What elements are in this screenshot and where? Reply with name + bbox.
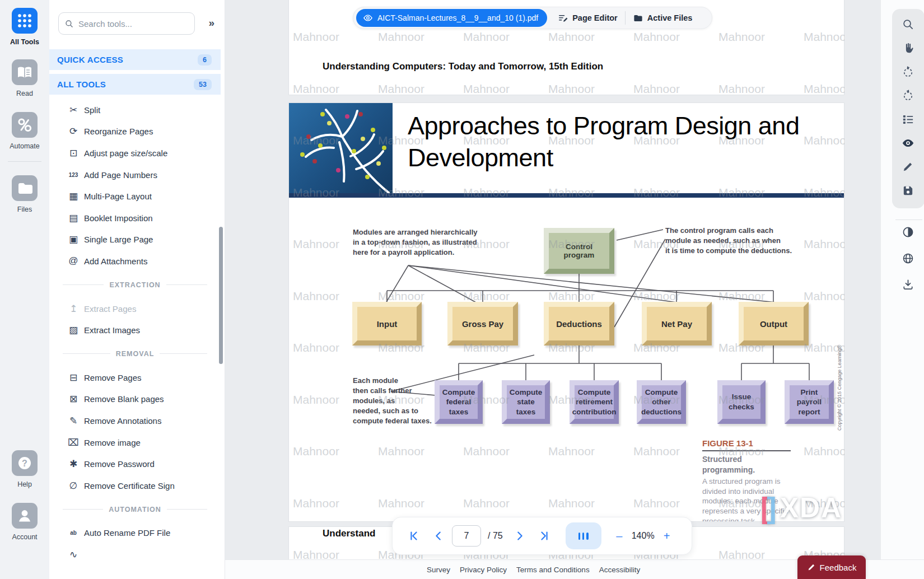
multi-page-view-button[interactable] <box>566 522 601 549</box>
feedback-button[interactable]: Feedback <box>797 555 866 579</box>
tool-label: Extract Pages <box>84 304 136 314</box>
sidebar-item-help[interactable]: ? Help <box>0 450 49 488</box>
booklet-imposition-icon: ▤ <box>66 212 81 224</box>
xda-letters: XDA <box>780 492 843 524</box>
tool-label: Remove Pages <box>84 373 142 382</box>
previous-page-button[interactable] <box>427 525 450 547</box>
find-in-document-icon[interactable] <box>902 18 914 31</box>
download-icon[interactable] <box>902 278 914 291</box>
tool-item-remove-image[interactable]: ⌧Remove image <box>49 432 221 454</box>
first-page-button[interactable] <box>403 525 425 547</box>
footer-link-terms-and-conditions[interactable]: Terms and Conditions <box>516 566 590 574</box>
tool-label: Add Attachments <box>84 256 147 266</box>
pdf-page-current: Approaches to Program Design and Develop… <box>288 102 844 522</box>
app-window: All Tools Read Automate <box>0 0 924 579</box>
sidebar-item-read[interactable]: Read <box>0 59 49 97</box>
extract-images-icon: ▨ <box>66 324 81 336</box>
search-tools-box[interactable] <box>58 12 195 35</box>
sidebar-label: All Tools <box>0 38 49 46</box>
view-mode-eye-icon[interactable] <box>902 137 914 150</box>
tool-item-remove-password[interactable]: ✱Remove Password <box>49 453 221 475</box>
sidebar-item-account[interactable]: Account <box>0 503 49 541</box>
book-header-text: Understanding Computers: Today and Tomor… <box>323 61 603 72</box>
search-tools-input[interactable] <box>78 19 189 29</box>
module-box-compute-retirement-contribution: Compute retirement contribution <box>570 380 619 424</box>
active-document-tab[interactable]: AICT-Salman-Lectures_8__9__and_10 (1).pd… <box>356 9 547 27</box>
active-files-button[interactable]: Active Files <box>626 7 700 29</box>
tool-item-partial-item[interactable]: ∿ <box>49 544 221 566</box>
tool-item-remove-blank-pages[interactable]: ⊠Remove Blank pages <box>49 389 221 410</box>
tool-label: Remove Annotations <box>84 416 161 426</box>
tool-item-extract-pages[interactable]: ↥Extract Pages <box>49 298 221 320</box>
extract-pages-icon: ↥ <box>66 303 81 315</box>
contrast-theme-icon[interactable] <box>902 226 914 239</box>
annotate-pencil-icon[interactable] <box>902 160 914 173</box>
footer-link-accessibility[interactable]: Accessibility <box>599 566 641 574</box>
rotate-counterclockwise-icon[interactable] <box>902 66 914 78</box>
partial-item-icon: ∿ <box>66 549 81 561</box>
next-page-button[interactable] <box>508 525 531 547</box>
feedback-pen-icon <box>807 563 816 572</box>
tool-label: Multi-Page Layout <box>84 192 152 201</box>
footer-link-privacy-policy[interactable]: Privacy Policy <box>460 566 507 574</box>
zoom-level-label: 140% <box>632 531 655 541</box>
zoom-out-button[interactable]: – <box>612 530 627 543</box>
tool-item-adjust-page-size-scale[interactable]: ⊡Adjust page size/scale <box>49 142 221 164</box>
sidebar-item-all-tools[interactable]: All Tools <box>0 8 49 46</box>
page-editor-icon <box>558 13 568 24</box>
all-tools-row[interactable]: ALL TOOLS 53 <box>49 74 221 95</box>
rotate-clockwise-icon[interactable] <box>902 89 914 102</box>
toolbar-group <box>892 9 924 208</box>
footer-link-survey[interactable]: Survey <box>427 566 450 574</box>
page-editor-button[interactable]: Page Editor <box>550 7 625 29</box>
tool-item-add-attachments[interactable]: @Add Attachments <box>49 250 221 272</box>
tools-list: ✂Split⟳Reorganize Pages⊡Adjust page size… <box>49 99 221 566</box>
page-count-label: / 75 <box>488 531 503 541</box>
tool-item-multi-page-layout[interactable]: ▦Multi-Page Layout <box>49 185 221 207</box>
document-tab-bar: AICT-Salman-Lectures_8__9__and_10 (1).pd… <box>353 7 712 29</box>
remove-password-icon: ✱ <box>66 458 81 470</box>
remove-blank-pages-icon: ⊠ <box>66 393 81 405</box>
tool-label: Single Large Page <box>84 235 153 244</box>
zoom-in-button[interactable]: + <box>659 530 675 543</box>
collapse-panel-chevrons-icon[interactable]: » <box>208 17 214 29</box>
tool-item-extract-images[interactable]: ▨Extract Images <box>49 319 221 341</box>
module-box-output: Output <box>739 302 809 345</box>
tool-item-auto-rename-pdf-file[interactable]: abAuto Rename PDF File <box>49 522 221 544</box>
last-page-button[interactable] <box>533 525 556 547</box>
sidebar-item-automate[interactable]: Automate <box>0 112 49 150</box>
module-box-deductions: Deductions <box>544 302 614 345</box>
sidebar-label: Account <box>0 533 49 541</box>
thumbnail-list-icon[interactable] <box>902 113 914 126</box>
tool-item-add-page-numbers[interactable]: 123Add Page Numbers <box>49 164 221 186</box>
book-icon <box>12 59 38 85</box>
tool-item-remove-annotations[interactable]: ✎Remove Annotations <box>49 410 221 432</box>
automate-icon <box>12 112 38 138</box>
tool-item-reorganize-pages[interactable]: ⟳Reorganize Pages <box>49 121 221 143</box>
tool-item-remove-pages[interactable]: ⊟Remove Pages <box>49 367 221 389</box>
sidebar-item-files[interactable]: Files <box>0 175 49 213</box>
multi-page-layout-icon: ▦ <box>66 190 81 202</box>
tool-item-split[interactable]: ✂Split <box>49 99 221 121</box>
folder-icon <box>12 175 38 201</box>
tool-item-booklet-imposition[interactable]: ▤Booklet Imposition <box>49 207 221 229</box>
tool-item-remove-certificate-sign[interactable]: ∅Remove Certificate Sign <box>49 475 221 497</box>
save-icon[interactable] <box>902 184 914 197</box>
single-large-page-icon: ▣ <box>66 234 81 245</box>
feedback-label: Feedback <box>820 563 857 572</box>
language-globe-icon[interactable] <box>902 252 914 265</box>
diagram-note-control-program: The control program calls each module as… <box>665 226 797 256</box>
document-file-name: AICT-Salman-Lectures_8__9__and_10 (1).pd… <box>377 13 538 22</box>
hand-pan-icon[interactable] <box>902 41 914 54</box>
quick-access-count-badge: 6 <box>198 54 212 66</box>
auto-rename-pdf-file-icon: ab <box>66 530 81 536</box>
tools-panel-scrollbar[interactable] <box>219 227 223 364</box>
xda-logo-watermark: [ ] XDA <box>760 492 842 524</box>
quick-access-row[interactable]: QUICK ACCESS 6 <box>49 49 221 70</box>
tool-item-single-large-page[interactable]: ▣Single Large Page <box>49 229 221 251</box>
module-box-net-pay: Net Pay <box>642 302 712 345</box>
page-number-input[interactable] <box>452 525 481 547</box>
remove-annotations-icon: ✎ <box>66 415 81 427</box>
help-question-icon: ? <box>12 450 38 476</box>
pagination-bar: / 75 – 140% + <box>392 517 692 555</box>
